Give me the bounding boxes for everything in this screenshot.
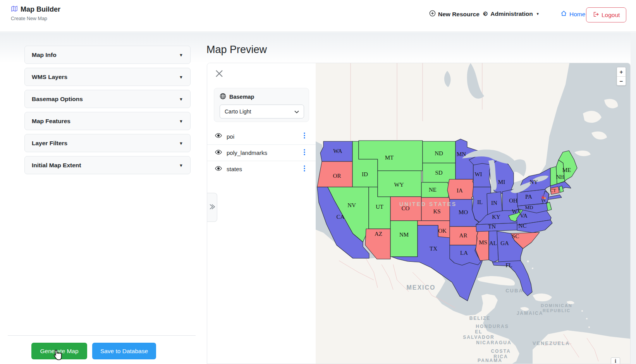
country-label: PANAMA — [478, 358, 502, 363]
zoom-out-button[interactable]: − — [617, 76, 626, 85]
close-icon[interactable] — [215, 69, 224, 78]
app-title: Map Builder — [21, 5, 60, 14]
state-label-il: IL — [477, 199, 483, 205]
administration-menu[interactable]: ⚙ Administration ▼ — [483, 10, 540, 17]
chevron-down-icon: ▼ — [179, 163, 183, 168]
country-label: JAMAICA — [517, 311, 543, 316]
state-label-mo: MO — [459, 209, 468, 215]
state-label-ny: NY — [529, 179, 538, 185]
state-label-ia: IA — [457, 187, 463, 194]
eye-icon[interactable] — [215, 133, 222, 140]
country-label: MEXICO — [406, 284, 435, 291]
map-logo-icon — [11, 5, 17, 14]
home-label: Home — [569, 11, 585, 18]
section-basemap-options[interactable]: Basemap Options ▼ — [24, 90, 191, 108]
state-label-or: OR — [333, 173, 341, 179]
kebab-menu-icon[interactable] — [301, 165, 308, 173]
state-nm[interactable] — [390, 221, 418, 257]
state-label-mi: MI — [498, 179, 505, 185]
state-label-wy: WY — [394, 182, 404, 188]
state-label-al: AL — [489, 240, 497, 246]
state-label-tn: TN — [488, 223, 496, 230]
caret-down-icon: ▼ — [536, 12, 540, 16]
layer-list: poi poly_landmarks — [207, 128, 316, 177]
save-to-database-button[interactable]: Save to Database — [92, 343, 156, 359]
state-label-ky: KY — [492, 214, 500, 220]
state-label-nd: ND — [435, 150, 443, 156]
section-wms-layers[interactable]: WMS Layers ▼ — [24, 68, 191, 86]
plus-circle-icon — [429, 10, 436, 18]
country-label: VENEZUELA — [533, 340, 570, 346]
attribution-info-button[interactable]: i — [611, 357, 620, 364]
page-right-gutter — [631, 32, 636, 364]
country-label: HONDURAS — [476, 324, 509, 329]
new-resource-menu[interactable]: New Resource ▼ — [429, 10, 486, 18]
eye-icon[interactable] — [215, 166, 222, 173]
basemap-selected-value: Carto Light — [225, 108, 251, 115]
state-label-in: IN — [491, 200, 497, 206]
state-label-ne: NE — [429, 187, 437, 193]
state-label-oh: OH — [509, 197, 517, 204]
sidebar-expand-tab[interactable] — [207, 193, 217, 222]
layer-row-states[interactable]: states — [207, 161, 316, 177]
chevron-down-icon: ▼ — [179, 119, 183, 124]
state-label-ok: OK — [438, 228, 447, 234]
state-label-nh: NH — [556, 174, 564, 180]
globe-icon — [220, 93, 226, 101]
state-label-ms: MS — [479, 239, 487, 246]
layer-row-poi[interactable]: poi — [207, 128, 316, 144]
layer-name: states — [227, 166, 301, 172]
state-label-wa: WA — [333, 148, 342, 154]
state-label-md: MD — [525, 204, 533, 210]
svg-text:UNITED STATES: UNITED STATES — [399, 201, 457, 207]
zoom-in-button[interactable]: + — [617, 67, 626, 76]
section-label: WMS Layers — [32, 74, 67, 81]
country-label: BELIZE — [469, 316, 491, 321]
kebab-menu-icon[interactable] — [301, 132, 308, 140]
basemap-label: Basemap — [229, 94, 254, 100]
kebab-menu-icon[interactable] — [301, 149, 308, 157]
page-title: Map Preview — [206, 44, 267, 56]
country-label: DOMINICAN — [541, 303, 572, 308]
country-label: NICARAGUA — [476, 340, 511, 345]
state-label-me: ME — [562, 167, 571, 173]
section-initial-map-extent[interactable]: Initial Map Extent ▼ — [24, 156, 191, 174]
chevron-down-icon: ▼ — [179, 75, 183, 79]
country-label: CUBA — [505, 288, 523, 294]
section-map-features[interactable]: Map Features ▼ — [24, 112, 191, 130]
layer-name: poi — [227, 133, 301, 140]
state-label-id: ID — [362, 171, 368, 177]
brand: Map Builder Create New Map — [11, 5, 60, 21]
home-link[interactable]: Home — [560, 10, 585, 18]
section-label: Layer Filters — [32, 140, 67, 147]
chevron-down-icon: ▼ — [179, 97, 183, 101]
map-preview-panel: Basemap Carto Light poi — [207, 63, 631, 364]
state-label-nc: NC — [519, 223, 527, 229]
section-layer-filters[interactable]: Layer Filters ▼ — [24, 134, 191, 152]
state-label-ks: KS — [433, 208, 440, 215]
new-resource-label: New Resource — [438, 11, 480, 18]
logout-button[interactable]: Logout — [586, 7, 626, 22]
state-label-la: LA — [460, 250, 468, 256]
app-header: Map Builder Create New Map New Resource … — [0, 0, 636, 32]
layer-control-sidebar: Basemap Carto Light poi — [207, 63, 316, 364]
layer-row-poly-landmarks[interactable]: poly_landmarks — [207, 144, 316, 161]
state-label-ga: GA — [500, 240, 509, 246]
home-icon — [560, 10, 567, 18]
chevron-down-icon: ▼ — [179, 141, 183, 146]
state-label-az: AZ — [375, 231, 382, 237]
map-canvas[interactable]: WAORCAIDNVUTAZMTWYCONMNDSDNEKSOKTXMNIAMO… — [316, 63, 631, 364]
basemap-select[interactable]: Carto Light — [220, 105, 304, 118]
section-map-info[interactable]: Map Info ▼ — [24, 46, 191, 64]
state-label-ut: UT — [376, 204, 383, 210]
builder-sidebar: Map Info ▼ WMS Layers ▼ Basemap Options … — [24, 46, 191, 178]
eye-icon[interactable] — [215, 149, 222, 156]
state-label-nv: NV — [347, 202, 356, 208]
state-label-va: VA — [520, 213, 528, 219]
layer-name: poly_landmarks — [227, 149, 301, 156]
country-label: COSTA — [491, 349, 511, 354]
state-label-mn: MN — [457, 151, 466, 157]
country-label: SALVADOR — [463, 335, 495, 340]
logout-label: Logout — [602, 12, 620, 19]
section-label: Map Features — [32, 118, 70, 125]
